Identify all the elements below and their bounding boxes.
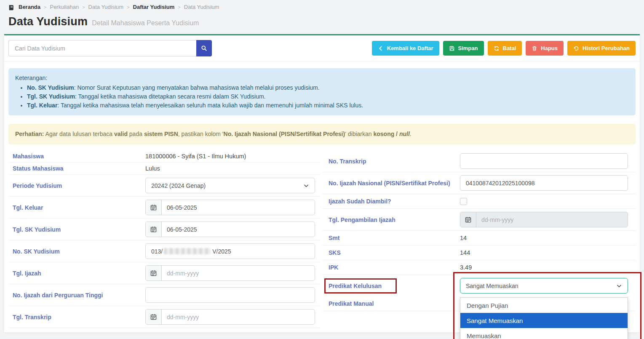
breadcrumb-separator: >	[127, 5, 129, 10]
search-icon	[201, 45, 207, 51]
row-tgl-sk-yudisium: Tgl. SK Yudisium	[8, 219, 320, 240]
sks-value: 144	[460, 249, 470, 256]
form-right-column: No. Transkrip No. Ijazah Nasional (PISN/…	[323, 150, 636, 328]
row-sks: SKS 144	[323, 246, 636, 260]
row-predikat-kelulusan: Predikat Kelulusan Sangat Memuaskan Deng…	[323, 275, 636, 296]
row-mahasiswa: Mahasiswa 181000006 - Syifa (S1 - Ilmu H…	[8, 150, 320, 163]
chevron-down-icon	[616, 283, 622, 289]
action-buttons: Kembali ke Daftar Simpan Batal Hapus	[372, 41, 636, 56]
no-ijazah-pt-label: No. Ijazah dari Perguruan Tinggi	[8, 291, 145, 299]
refresh-icon	[494, 45, 500, 51]
book-icon	[8, 5, 14, 11]
smt-value: 14	[460, 235, 467, 241]
info-item: Tgl. Keluar: Tanggal ketika mahasiswa te…	[27, 101, 629, 110]
change-history-button[interactable]: Histori Perubahan	[567, 41, 636, 56]
delete-button[interactable]: Hapus	[526, 41, 564, 56]
breadcrumb: Beranda > Perkuliahan > Data Yudisium > …	[0, 0, 644, 10]
calendar-icon	[146, 310, 162, 324]
info-title: Keterangan:	[15, 74, 629, 83]
calendar-icon	[146, 200, 162, 215]
option-dengan-pujian[interactable]: Dengan Pujian	[460, 298, 628, 313]
tgl-ijazah-input[interactable]	[162, 266, 315, 280]
tgl-keluar-label: Tgl. Keluar	[8, 204, 145, 211]
back-to-list-button[interactable]: Kembali ke Daftar	[372, 41, 439, 56]
cancel-button[interactable]: Batal	[488, 41, 522, 56]
calendar-icon	[146, 266, 162, 280]
search-group	[8, 40, 212, 56]
ipk-label: IPK	[323, 264, 460, 271]
chevron-left-icon	[378, 45, 384, 51]
tgl-sk-yudisium-input[interactable]	[162, 222, 315, 237]
row-ipk: IPK 3.49	[323, 260, 636, 275]
tgl-transkrip-label: Tgl. Transkrip	[8, 313, 145, 321]
ipk-value: 3.49	[460, 264, 472, 271]
tgl-ijazah-group	[145, 265, 315, 281]
row-status-mahasiswa: Status Mahasiswa Lulus	[8, 163, 320, 175]
history-icon	[573, 45, 579, 51]
redacted-segment	[164, 248, 211, 254]
row-tgl-transkrip: Tgl. Transkrip	[8, 306, 320, 328]
status-mahasiswa-label: Status Mahasiswa	[8, 165, 145, 172]
tgl-pengambilan-group	[460, 212, 628, 227]
tgl-pengambilan-label: Tgl. Pengambilan Ijazah	[323, 216, 460, 224]
info-item: No. SK Yudisium: Nomor Surat Keputusan y…	[27, 83, 629, 92]
calendar-icon	[460, 212, 476, 227]
page-header: Data Yudisium Detail Mahasiswa Peserta Y…	[0, 10, 644, 34]
breadcrumb-perkuliahan[interactable]: Perkuliahan	[50, 4, 79, 10]
no-transkrip-input[interactable]	[460, 153, 628, 169]
tgl-transkrip-group	[145, 309, 315, 325]
search-input[interactable]	[8, 40, 196, 56]
option-sangat-memuaskan[interactable]: Sangat Memuaskan	[460, 313, 628, 328]
tgl-keluar-group	[145, 200, 315, 215]
no-sk-yudisium-input[interactable]: 013/V/2025	[145, 243, 315, 259]
row-ijazah-diambil: Ijazah Sudah Diambil?	[323, 194, 636, 209]
breadcrumb-beranda[interactable]: Beranda	[19, 4, 40, 10]
ijazah-diambil-checkbox[interactable]	[460, 198, 467, 205]
tgl-pengambilan-input	[476, 212, 628, 227]
row-tgl-pengambilan: Tgl. Pengambilan Ijazah	[323, 209, 636, 231]
row-no-ijazah-pt: No. Ijazah dari Perguruan Tinggi	[8, 284, 320, 306]
info-note: Keterangan: No. SK Yudisium: Nomor Surat…	[8, 68, 636, 115]
no-transkrip-label: No. Transkrip	[323, 157, 460, 165]
periode-yudisium-label: Periode Yudisium	[8, 182, 145, 190]
save-button[interactable]: Simpan	[443, 41, 484, 56]
card-toolbar: Kembali ke Daftar Simpan Batal Hapus	[4, 35, 640, 61]
predikat-dropdown-menu: Dengan Pujian Sangat Memuaskan Memuaskan	[460, 297, 628, 339]
info-item: Tgl. SK Yudisium: Tanggal ketika mahasis…	[27, 92, 629, 101]
save-icon	[449, 45, 455, 51]
breadcrumb-daftar-yudisium[interactable]: Daftar Yudisium	[133, 4, 175, 10]
row-tgl-keluar: Tgl. Keluar	[8, 197, 320, 219]
row-no-ijazah-nasional: No. Ijazah Nasional (PISN/Sertifikat Pro…	[323, 172, 636, 194]
predikat-manual-label: Predikat Manual	[323, 300, 460, 307]
tgl-sk-yudisium-label: Tgl. SK Yudisium	[8, 226, 145, 233]
option-memuaskan[interactable]: Memuaskan	[460, 328, 628, 339]
row-tgl-ijazah: Tgl. Ijazah	[8, 262, 320, 284]
sks-label: SKS	[323, 249, 460, 256]
tgl-sk-group	[145, 222, 315, 237]
main-card: Kembali ke Daftar Simpan Batal Hapus	[4, 34, 640, 332]
tgl-transkrip-input[interactable]	[162, 310, 315, 324]
calendar-icon	[146, 222, 162, 237]
page-subtitle: Detail Mahasiswa Peserta Yudisium	[92, 19, 199, 27]
no-sk-yudisium-label: No. SK Yudisium	[8, 248, 145, 255]
warning-note: Perhatian: Agar data lulusan terbaca val…	[8, 124, 636, 144]
no-ijazah-pt-input[interactable]	[145, 287, 315, 303]
breadcrumb-data-yudisium[interactable]: Data Yudisium	[88, 4, 124, 10]
search-button[interactable]	[196, 40, 212, 56]
row-no-transkrip: No. Transkrip	[323, 150, 636, 172]
ijazah-diambil-label: Ijazah Sudah Diambil?	[323, 198, 460, 205]
mahasiswa-label: Mahasiswa	[8, 152, 145, 160]
smt-label: Smt	[323, 234, 460, 242]
trash-icon	[532, 45, 537, 51]
periode-yudisium-select[interactable]: 20242 (2024 Genap)	[145, 178, 315, 193]
breadcrumb-separator: >	[178, 5, 180, 10]
no-ijazah-nasional-input[interactable]	[460, 175, 628, 191]
row-smt: Smt 14	[323, 231, 636, 246]
tgl-ijazah-label: Tgl. Ijazah	[8, 270, 145, 277]
mahasiswa-value: 181000006 - Syifa (S1 - Ilmu Hukum)	[145, 153, 246, 160]
predikat-kelulusan-label: Predikat Kelulusan	[323, 282, 460, 290]
predikat-kelulusan-select[interactable]: Sangat Memuaskan	[460, 278, 628, 294]
status-mahasiswa-value: Lulus	[145, 165, 160, 172]
row-no-sk-yudisium: No. SK Yudisium 013/V/2025	[8, 240, 320, 262]
tgl-keluar-input[interactable]	[162, 200, 315, 215]
